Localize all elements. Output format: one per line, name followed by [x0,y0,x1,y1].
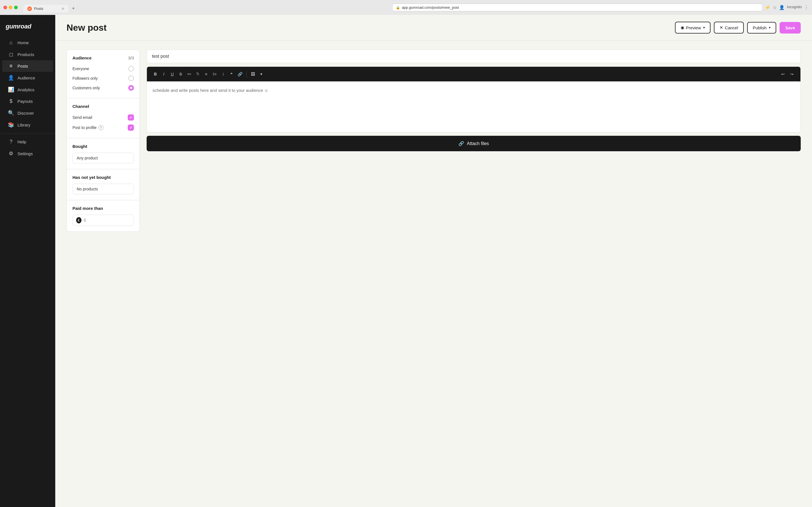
radio-customers-only[interactable]: Customers only [72,83,134,93]
paid-more-than-input[interactable] [84,218,130,223]
minimize-window-button[interactable] [9,6,12,9]
bought-section: Bought Any product [66,138,140,169]
content-area: Audience 3/3 Everyone Followers only Cus… [55,41,812,507]
attach-files-button[interactable]: 🔗 Attach files [147,136,801,151]
toolbar-align-button[interactable]: ⫶ [219,70,227,78]
audience-icon: 👤 [8,75,14,81]
header-actions: ◉ Preview ▾ ✕ Cancel Publish ▾ Save [675,22,801,34]
sidebar-item-label-discover: Discover [17,111,34,115]
sidebar-item-posts[interactable]: ≡Posts [2,60,53,72]
has-not-bought-dropdown-value: No products [77,187,98,191]
sidebar-item-label-settings: Settings [17,151,33,156]
post-to-profile-help-icon[interactable]: ? [98,125,103,130]
tab-close-button[interactable]: ✕ [61,6,64,11]
sidebar-item-discover[interactable]: 🔍Discover [2,107,53,119]
checkbox-post-to-profile-indicator: ✓ [128,124,134,131]
channel-section: Channel Send email ✓ Post to profile ? [66,98,140,138]
toolbar-undo-button[interactable]: ↩ [779,70,787,78]
radio-followers-only[interactable]: Followers only [72,74,134,83]
checkbox-post-to-profile[interactable]: Post to profile ? ✓ [72,123,134,132]
lock-icon: 🔒 [396,6,400,10]
radio-customers-indicator [128,85,134,91]
bought-dropdown[interactable]: Any product [72,153,134,163]
toolbar-redo-button[interactable]: ↪ [788,70,796,78]
editor-container: B I U S <> Tt ≡ 1≡ ⫶ ❝ 🔗 🖼 ✦ [147,66,801,132]
has-not-bought-header: Has not yet bought [72,175,134,180]
toolbar-unordered-list-button[interactable]: ≡ [202,70,210,78]
address-bar[interactable]: 🔒 app.gumroad.com/posts#new_post [392,4,763,11]
traffic-lights [3,6,18,9]
maximize-window-button[interactable] [14,6,18,9]
publish-button[interactable]: Publish ▾ [747,22,776,34]
save-button[interactable]: Save [779,22,801,34]
url-text: app.gumroad.com/posts#new_post [402,5,459,10]
preview-button[interactable]: ◉ Preview ▾ [675,22,711,34]
radio-everyone[interactable]: Everyone [72,64,134,73]
close-window-button[interactable] [3,6,7,9]
editor-body[interactable]: schedule and write posts here and send i… [147,81,801,132]
audience-title: Audience [72,55,92,60]
toolbar-ordered-list-button[interactable]: 1≡ [211,70,218,78]
help-icon: ? [8,139,14,145]
main-content: New post ◉ Preview ▾ ✕ Cancel Publish ▾ … [55,15,812,507]
editor-toolbar: B I U S <> Tt ≡ 1≡ ⫶ ❝ 🔗 🖼 ✦ [147,67,801,81]
toolbar-text-size-button[interactable]: Tt [194,70,202,78]
checkbox-send-email[interactable]: Send email ✓ [72,113,134,122]
library-icon: 📚 [8,122,14,128]
sidebar-item-home[interactable]: ⌂Home [2,37,53,48]
audience-section: Audience 3/3 Everyone Followers only Cus… [66,50,140,98]
incognito-label: Incognito [787,5,802,10]
sidebar-item-label-posts: Posts [17,64,28,68]
sidebar-item-label-payouts: Payouts [17,99,33,104]
sidebar: gumroad ⌂Home◻Products≡Posts👤Audience📊An… [0,15,55,507]
home-icon: ⌂ [8,40,14,46]
browser-tab-posts[interactable]: G Posts ✕ [23,5,68,13]
toolbar-strikethrough-button[interactable]: S [177,70,185,78]
products-icon: ◻ [8,51,14,57]
app-container: gumroad ⌂Home◻Products≡Posts👤Audience📊An… [0,15,812,507]
sidebar-item-settings[interactable]: ⚙Settings [2,148,53,159]
post-title-input[interactable] [147,50,801,63]
has-not-bought-title: Has not yet bought [72,175,111,180]
toolbar-ai-button[interactable]: ✦ [257,70,265,78]
sidebar-nav: ⌂Home◻Products≡Posts👤Audience📊Analytics$… [0,37,55,501]
toolbar-code-button[interactable]: <> [185,70,193,78]
menu-icon[interactable]: ⋮ [804,5,809,10]
sidebar-item-label-home: Home [17,40,29,45]
sidebar-item-payouts[interactable]: $Payouts [2,96,53,107]
sidebar-item-library[interactable]: 📚Library [2,119,53,131]
channel-section-header: Channel [72,104,134,109]
toolbar-blockquote-button[interactable]: ❝ [227,70,236,78]
cancel-button[interactable]: ✕ Cancel [714,22,744,34]
audience-section-header: Audience 3/3 [72,55,134,60]
bought-title: Bought [72,144,87,149]
publish-chevron-icon: ▾ [769,25,770,30]
extensions-icon[interactable]: ⚡ [765,5,770,10]
sidebar-item-help[interactable]: ?Help [2,136,53,148]
toolbar-history: ↩ ↪ [779,70,796,78]
toolbar-separator [246,71,247,77]
sidebar-item-audience[interactable]: 👤Audience [2,72,53,83]
toolbar-bold-button[interactable]: B [151,70,159,78]
new-tab-button[interactable]: + [70,4,77,13]
toolbar-underline-button[interactable]: U [168,70,176,78]
preview-chevron-icon: ▾ [703,25,705,30]
left-panel: Audience 3/3 Everyone Followers only Cus… [66,50,140,498]
toolbar-link-button[interactable]: 🔗 [236,70,244,78]
sidebar-item-label-library: Library [17,122,31,127]
paid-more-than-title: Paid more than [72,206,103,211]
currency-symbol: £ [76,217,82,223]
has-not-bought-dropdown[interactable]: No products [72,184,134,194]
bookmark-icon[interactable]: ☆ [773,5,777,10]
profile-icon[interactable]: 👤 [779,5,784,10]
right-panel: B I U S <> Tt ≡ 1≡ ⫶ ❝ 🔗 🖼 ✦ [147,50,801,498]
toolbar-italic-button[interactable]: I [160,70,168,78]
paid-more-than-input-container: £ [72,215,134,226]
sidebar-item-analytics[interactable]: 📊Analytics [2,83,53,96]
page-header: New post ◉ Preview ▾ ✕ Cancel Publish ▾ … [55,15,812,41]
posts-icon: ≡ [8,63,14,69]
toolbar-image-button[interactable]: 🖼 [249,70,257,78]
has-not-bought-section: Has not yet bought No products [66,169,140,200]
radio-everyone-indicator [128,66,134,71]
sidebar-item-products[interactable]: ◻Products [2,48,53,60]
